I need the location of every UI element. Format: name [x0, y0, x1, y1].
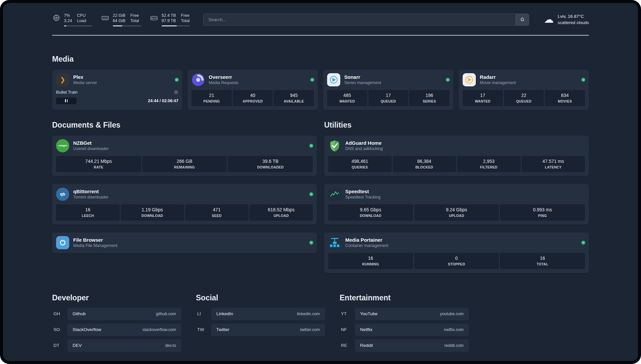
- app-card-speedtest[interactable]: Speedtest Speedtest Tracking 9.65 GbpsDO…: [324, 184, 589, 225]
- bookmark-dev[interactable]: DT DEVdev.to: [52, 339, 181, 352]
- adguard-icon: [328, 139, 341, 152]
- ram-free-label: Free: [130, 13, 139, 18]
- app-card-portainer[interactable]: Media Portainer Container management 16R…: [324, 232, 589, 273]
- disk-free-label: Free: [181, 13, 190, 18]
- app-card-adguard[interactable]: AdGuard Home DNS and adblocking 498,461Q…: [324, 136, 589, 176]
- stat-box: 471SEED: [185, 204, 249, 221]
- app-description: Series management: [344, 80, 381, 85]
- weather-location: Lviv, 16.87°C: [558, 14, 589, 19]
- app-name: Radarr: [480, 74, 516, 80]
- bookmark-abbr: YT: [340, 311, 355, 316]
- pause-button[interactable]: [56, 98, 76, 104]
- app-description: Media Requests: [209, 80, 238, 85]
- status-dot: [175, 78, 178, 81]
- filebrowser-icon: [56, 236, 69, 249]
- app-name: AdGuard Home: [345, 140, 383, 146]
- stat-box: 744.21 MbpsRATE: [56, 156, 141, 172]
- top-bar: 7% 3.24 CPU Load: [52, 13, 589, 26]
- stat-box: 266 GBREMAINING: [142, 156, 227, 172]
- stat-box: 47.571 msLATENCY: [522, 156, 585, 172]
- bookmark-linkedin[interactable]: LI LinkedInlinkedin.com: [196, 308, 325, 320]
- app-name: File Browser: [73, 237, 117, 243]
- stat-box: 39.6 TBDOWNLOADED: [228, 156, 313, 172]
- search-input[interactable]: [203, 14, 515, 26]
- overseerr-icon: [192, 73, 205, 86]
- app-name: Sonarr: [344, 74, 381, 80]
- media-card-row: ❯ Plex Media server Bullet Train ⚙ 24:44…: [52, 70, 589, 110]
- app-name: Media Portainer: [345, 237, 388, 243]
- sonarr-icon: [327, 73, 340, 86]
- status-dot: [311, 78, 314, 81]
- search-provider-button[interactable]: G: [515, 14, 529, 26]
- bookmark-github[interactable]: GH Githubgithub.com: [52, 308, 181, 320]
- stat-box: 17WANTED: [463, 90, 503, 106]
- cpu-label: CPU: [77, 13, 86, 18]
- stat-box: 16LEECH: [56, 204, 120, 221]
- stat-box: 945AVAILABLE: [274, 90, 314, 106]
- ram-free-value: 22 GiB: [113, 13, 125, 18]
- app-card-qbittorrent[interactable]: qb qBittorrent Torrent downloader 16LEEC…: [52, 184, 317, 225]
- weather-widget: ☁ Lviv, 16.87°C scattered clouds: [544, 14, 589, 25]
- bookmark-abbr: NF: [340, 327, 355, 332]
- bookmark-netflix[interactable]: NF Netflixnetflix.com: [340, 323, 469, 336]
- stat-box: 498,461QUERIES: [328, 156, 392, 172]
- app-description: Media File Management: [73, 243, 117, 248]
- bookmark-group-developer: Developer GH Githubgithub.com SO StackOv…: [52, 293, 181, 352]
- app-card-nzbget[interactable]: nzbget NZBGet Usenet downloader 744.21 M…: [52, 136, 317, 176]
- bookmark-reddit[interactable]: RE Redditreddit.com: [340, 339, 469, 352]
- section-title-documents: Documents & Files: [52, 121, 317, 130]
- speedtest-icon: [328, 188, 341, 201]
- bookmark-abbr: GH: [52, 311, 67, 316]
- section-title-media: Media: [52, 55, 589, 64]
- cpu-progress-bar: [64, 25, 92, 26]
- status-dot: [582, 241, 585, 244]
- nzbget-icon: nzbget: [56, 139, 69, 152]
- section-title-entertainment: Entertainment: [340, 293, 469, 302]
- bookmark-abbr: RE: [340, 343, 355, 348]
- documents-column: Documents & Files nzbget NZBGet Usenet d…: [52, 121, 317, 253]
- cpu-widget: 7% 3.24 CPU Load: [52, 13, 92, 26]
- app-name: Plex: [73, 74, 97, 80]
- disk-icon: [150, 14, 158, 22]
- app-card-plex[interactable]: ❯ Plex Media server Bullet Train ⚙ 24:44…: [52, 70, 182, 110]
- stat-box: 16RUNNING: [328, 253, 413, 269]
- stat-box: 21PENDING: [192, 90, 232, 106]
- stat-box: 196SERIES: [409, 90, 449, 106]
- cpu-load-value: 3.24: [64, 18, 72, 23]
- app-card-overseerr[interactable]: Overseerr Media Requests 21PENDING 40APP…: [188, 70, 318, 110]
- app-card-filebrowser[interactable]: File Browser Media File Management: [52, 232, 317, 253]
- bookmark-youtube[interactable]: YT YouTubeyoutube.com: [340, 308, 469, 320]
- header-divider: [52, 35, 589, 36]
- bookmark-group-entertainment: Entertainment YT YouTubeyoutube.com NF N…: [340, 293, 469, 352]
- stat-box: 0STOPPED: [414, 253, 499, 269]
- app-name: qBittorrent: [73, 189, 108, 194]
- status-dot: [310, 144, 313, 147]
- app-name: Speedtest: [345, 189, 381, 194]
- ram-progress-bar: [113, 25, 141, 26]
- app-description: Media server: [73, 80, 97, 85]
- app-card-sonarr[interactable]: Sonarr Series management 485WANTED 17QUE…: [323, 70, 453, 110]
- stat-box: 86,384BLOCKED: [393, 156, 456, 172]
- playback-time: 24:44 / 02:06:47: [148, 99, 178, 103]
- app-description: Usenet downloader: [73, 146, 109, 151]
- stat-box: 0.993 msPING: [500, 204, 585, 221]
- cpu-usage-value: 7%: [64, 13, 72, 18]
- stat-box: 618.52 MbpsUPLOAD: [250, 204, 313, 221]
- plex-icon: ❯: [56, 73, 69, 86]
- stat-box: 1.19 GbpsDOWNLOAD: [121, 204, 184, 221]
- bookmark-stackoverflow[interactable]: SO StackOverflowstackoverflow.com: [52, 323, 181, 336]
- stat-box: 9.65 GbpsDOWNLOAD: [328, 204, 413, 221]
- stat-box: 16TOTAL: [500, 253, 585, 269]
- cpu-load-label: Load: [77, 18, 86, 23]
- now-playing-title: Bullet Train: [56, 90, 77, 95]
- gear-icon[interactable]: ⚙: [174, 89, 178, 95]
- status-dot: [446, 78, 449, 81]
- disk-widget: 52.4 TB 97.9 TB Free Total: [150, 13, 190, 26]
- app-card-radarr[interactable]: Radarr Movie management 17WANTED 22QUEUE…: [459, 70, 589, 110]
- stat-box: 22QUEUED: [504, 90, 544, 106]
- stat-box: 40APPROVED: [233, 90, 273, 106]
- bookmark-twitter[interactable]: TW Twittertwitter.com: [196, 323, 325, 336]
- status-dot: [310, 193, 313, 196]
- ram-total-label: Total: [130, 18, 139, 23]
- bookmark-abbr: LI: [196, 311, 211, 316]
